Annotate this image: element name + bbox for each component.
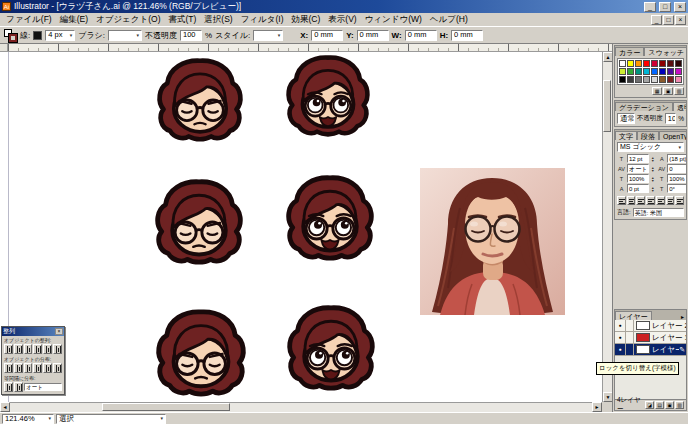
swatch[interactable] xyxy=(643,60,650,67)
new-swatch-icon[interactable]: ▣ xyxy=(663,87,673,95)
swatch[interactable] xyxy=(659,76,666,83)
maximize-button[interactable]: □ xyxy=(659,2,671,12)
chibi-face-wide-eyes[interactable] xyxy=(281,54,375,138)
visibility-toggle-icon[interactable]: ● xyxy=(615,320,626,331)
swatch[interactable] xyxy=(651,76,658,83)
opacity-input[interactable]: 100 xyxy=(180,30,202,41)
font-family-select[interactable]: MS ゴシック ▾ xyxy=(617,142,684,152)
swatch[interactable] xyxy=(651,68,658,75)
distribute-button[interactable] xyxy=(53,363,62,373)
swatch[interactable] xyxy=(675,60,682,67)
swatch[interactable] xyxy=(635,76,642,83)
swatch[interactable] xyxy=(627,76,634,83)
font-size-input[interactable]: 12 pt xyxy=(627,154,649,163)
stroke-swatch-icon[interactable] xyxy=(9,34,17,42)
visibility-toggle-icon[interactable]: ● xyxy=(615,332,626,343)
kerning-spinner[interactable]: ▴▾ xyxy=(650,166,655,172)
tab-color[interactable]: カラー xyxy=(615,47,644,56)
fill-stroke-indicator[interactable] xyxy=(4,29,17,42)
title-bar[interactable]: Ai Illustrator - [ウラヅ子さん.ai @ 121.46% (R… xyxy=(0,0,688,13)
distribute-spacing-button[interactable] xyxy=(4,382,13,392)
stroke-color-chip[interactable] xyxy=(33,31,42,40)
menu-item[interactable]: ファイル(F) xyxy=(2,14,56,26)
paragraph-align-button[interactable] xyxy=(666,196,675,205)
zoom-field[interactable]: 121.46% ▾ xyxy=(2,414,54,424)
delete-swatch-icon[interactable]: ▥ xyxy=(674,87,684,95)
swatch[interactable] xyxy=(659,60,666,67)
doc-minimize-button[interactable]: _ xyxy=(651,15,662,25)
swatch[interactable] xyxy=(635,60,642,67)
distribute-button[interactable] xyxy=(33,363,42,373)
vertical-scrollbar[interactable]: ▲ ▼ xyxy=(602,52,612,402)
align-button[interactable] xyxy=(53,344,62,354)
close-icon[interactable]: × xyxy=(55,328,63,335)
swatch[interactable] xyxy=(619,60,626,67)
baseline-shift-input[interactable]: 0 pt xyxy=(627,184,649,193)
paragraph-align-button[interactable] xyxy=(627,196,636,205)
style-select[interactable]: ▾ xyxy=(253,30,283,41)
horizontal-scale-spinner[interactable]: ▴▾ xyxy=(650,176,655,182)
coord-input[interactable]: 0 mm xyxy=(405,30,437,41)
swatch[interactable] xyxy=(627,60,634,67)
new-layer-icon[interactable]: ▣ xyxy=(665,401,674,409)
scroll-right-icon[interactable]: ► xyxy=(592,402,602,412)
align-button[interactable] xyxy=(4,344,13,354)
chibi-face-wide-eyes[interactable] xyxy=(283,304,379,392)
palette-title-bar[interactable]: 整列 × xyxy=(2,327,64,336)
character-rotation-input[interactable]: 0° xyxy=(667,184,687,193)
horizontal-scroll-thumb[interactable] xyxy=(102,403,230,411)
menu-item[interactable]: 編集(E) xyxy=(56,14,92,26)
menu-item[interactable]: 選択(S) xyxy=(200,14,236,26)
menu-item[interactable]: 表示(V) xyxy=(324,14,360,26)
align-button[interactable] xyxy=(14,344,23,354)
layer-row[interactable]: ●レイヤー 8✎ xyxy=(615,344,686,356)
tab-character[interactable]: 文字 xyxy=(615,131,637,140)
tab-transparency[interactable]: 透明 xyxy=(673,102,686,111)
kerning-input[interactable]: オート xyxy=(627,164,649,173)
menu-item[interactable]: フィルタ(I) xyxy=(237,14,288,26)
distribute-button[interactable] xyxy=(24,363,33,373)
tab-gradient[interactable]: グラデーション xyxy=(615,102,673,111)
paragraph-align-button[interactable] xyxy=(646,196,655,205)
panel-menu-icon[interactable]: ▸ xyxy=(679,313,686,320)
doc-restore-button[interactable]: □ xyxy=(663,15,674,25)
paragraph-align-button[interactable] xyxy=(617,196,626,205)
menu-item[interactable]: オブジェクト(O) xyxy=(92,14,164,26)
menu-item[interactable]: ウィンドウ(W) xyxy=(361,14,426,26)
distribute-spacing-button[interactable] xyxy=(14,382,23,392)
leading-input[interactable]: (18 pt) xyxy=(667,154,687,163)
swatch[interactable] xyxy=(675,68,682,75)
scroll-left-icon[interactable]: ◄ xyxy=(0,402,10,412)
menu-item[interactable]: 効果(C) xyxy=(288,14,325,26)
layer-row[interactable]: ●レイヤー 17 xyxy=(615,332,686,344)
swatch[interactable] xyxy=(667,68,674,75)
menu-item[interactable]: 書式(T) xyxy=(164,14,200,26)
swatch[interactable] xyxy=(619,76,626,83)
swatch[interactable] xyxy=(619,68,626,75)
stroke-weight-input[interactable]: 4 px ▾ xyxy=(45,30,75,41)
distribute-button[interactable] xyxy=(4,363,13,373)
align-button[interactable] xyxy=(24,344,33,354)
swatch[interactable] xyxy=(667,76,674,83)
vertical-scroll-thumb[interactable] xyxy=(603,80,611,132)
tab-layers[interactable]: レイヤー xyxy=(615,311,652,320)
visibility-toggle-icon[interactable]: ● xyxy=(615,344,626,355)
spacing-value-select[interactable]: オート xyxy=(24,383,62,391)
language-select[interactable]: 英語: 米国 xyxy=(633,208,684,217)
distribute-button[interactable] xyxy=(14,363,23,373)
coord-input[interactable]: 0 mm xyxy=(311,30,343,41)
brush-select[interactable]: ▾ xyxy=(108,30,142,41)
align-button[interactable] xyxy=(33,344,42,354)
layer-row[interactable]: ●レイヤー 2 xyxy=(615,320,686,332)
new-sublayer-icon[interactable]: ▤ xyxy=(655,401,664,409)
swatch[interactable] xyxy=(675,76,682,83)
reference-photo[interactable] xyxy=(420,168,565,315)
swatch[interactable] xyxy=(643,68,650,75)
swatch[interactable] xyxy=(643,76,650,83)
swatch[interactable] xyxy=(627,68,634,75)
paragraph-align-button[interactable] xyxy=(636,196,645,205)
paragraph-align-button[interactable] xyxy=(675,196,684,205)
swatch[interactable] xyxy=(635,68,642,75)
vertical-scale-input[interactable]: 100% xyxy=(667,174,687,183)
align-button[interactable] xyxy=(43,344,52,354)
